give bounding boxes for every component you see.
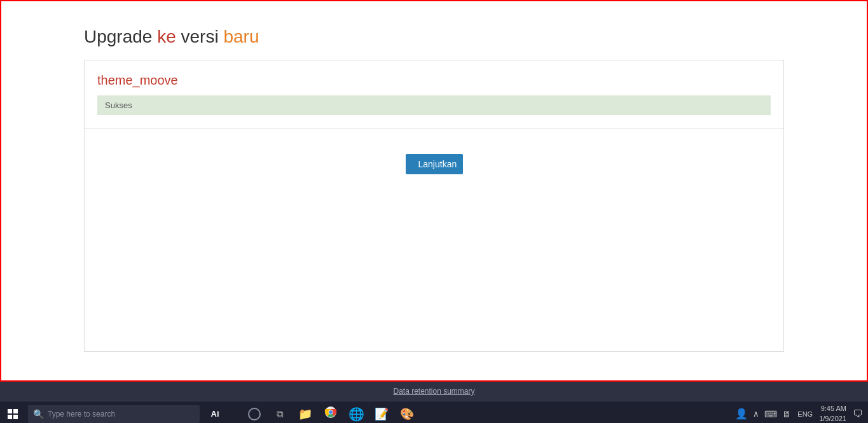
success-text: Sukses	[105, 101, 132, 110]
svg-rect-3	[13, 415, 18, 419]
title-ke: ke	[157, 27, 181, 46]
clock-time: 9:45 AM	[819, 404, 846, 413]
lanjutkan-button[interactable]: Lanjutkan	[406, 154, 463, 174]
search-icon: 🔍	[33, 409, 44, 419]
main-content: Upgrade ke versi baru theme_moove Sukses…	[0, 0, 868, 382]
language-label[interactable]: ENG	[797, 410, 813, 418]
svg-point-7	[329, 410, 333, 414]
user-icon[interactable]: 👤	[735, 408, 748, 420]
edge-button[interactable]: 🌐	[345, 403, 368, 424]
page-title: Upgrade ke versi baru	[1, 1, 867, 60]
title-upgrade: Upgrade	[84, 27, 157, 46]
taskview-icon: ⧉	[277, 408, 284, 420]
taskbar-right: 👤 ∧ ⌨ 🖥 ENG 9:45 AM 1/9/2021 🗨	[735, 404, 868, 423]
button-container: Lanjutkan	[97, 141, 771, 174]
card-divider	[85, 128, 783, 128]
ai-button[interactable]: Ai	[200, 401, 230, 424]
system-tray-icons: 👤 ∧ ⌨ 🖥 ENG	[735, 408, 813, 420]
ai-label: Ai	[211, 409, 219, 419]
stickynotes-icon: 📝	[375, 407, 389, 421]
chrome-button[interactable]	[319, 403, 342, 424]
svg-rect-2	[8, 415, 12, 419]
upgrade-card: theme_moove Sukses Lanjutkan	[84, 60, 784, 352]
card-inner: Lanjutkan	[97, 141, 771, 332]
stickynotes-button[interactable]: 📝	[370, 403, 393, 424]
chevron-up-icon[interactable]: ∧	[753, 409, 759, 419]
keyboard-icon[interactable]: ⌨	[764, 409, 777, 419]
taskbar: 🔍 Type here to search Ai ⧉ 📁	[0, 401, 868, 423]
fileexplorer-button[interactable]: 📁	[294, 403, 317, 424]
paint-icon: 🎨	[400, 407, 414, 421]
theme-name: theme_moove	[97, 73, 771, 88]
start-button[interactable]	[0, 401, 25, 424]
windows-icon	[8, 409, 18, 419]
title-baru: baru	[223, 27, 259, 46]
cortana-icon	[248, 408, 261, 420]
search-placeholder-text: Type here to search	[48, 410, 115, 419]
svg-rect-0	[8, 409, 12, 413]
data-retention-link[interactable]: Data retention summary	[393, 387, 474, 396]
cortana-button[interactable]	[243, 403, 266, 424]
taskbar-search-bar[interactable]: 🔍 Type here to search	[28, 405, 200, 423]
clock-date: 1/9/2021	[819, 414, 846, 424]
paint-button[interactable]: 🎨	[396, 403, 418, 424]
title-versi: versi	[181, 27, 224, 46]
folder-icon: 📁	[298, 407, 312, 421]
bottom-bar: Data retention summary	[0, 382, 868, 401]
success-bar: Sukses	[97, 95, 771, 115]
notification-icon[interactable]: 🗨	[853, 408, 863, 420]
taskbar-app-icons: ⧉ 📁 🌐 📝	[243, 403, 418, 424]
taskview-button[interactable]: ⧉	[268, 403, 291, 424]
svg-rect-1	[13, 409, 18, 413]
edge-icon: 🌐	[348, 406, 364, 422]
taskbar-clock: 9:45 AM 1/9/2021	[819, 404, 846, 423]
chrome-icon	[324, 406, 337, 422]
monitor-icon[interactable]: 🖥	[782, 409, 791, 419]
